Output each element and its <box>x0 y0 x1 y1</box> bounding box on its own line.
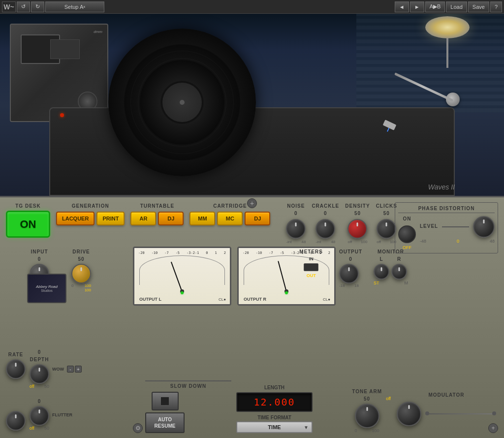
density-section: DENSITY 50 off 100 <box>345 203 370 244</box>
cartridge-buttons: MM MC DJ <box>189 212 270 225</box>
rate-flutter-knob[interactable] <box>6 411 26 431</box>
mc-button[interactable]: MC <box>217 212 243 225</box>
settings-icon-button[interactable]: ⚙ <box>133 423 143 433</box>
add-button-bottom[interactable]: + <box>488 423 498 433</box>
wow-row: 0 DEPTH off 50 WOW - + <box>30 349 82 389</box>
meters-out-label: OUT <box>307 273 316 278</box>
tg-desk-label: TG DESK <box>15 203 40 209</box>
phase-dist-label: PHASE DISTORTION <box>398 206 495 213</box>
crackle-label: CRACKLE <box>312 203 339 209</box>
rate-knob[interactable] <box>6 359 26 379</box>
turntable-label: TURNTABLE <box>140 203 174 209</box>
density-range: off 100 <box>347 240 367 244</box>
output-value: 0 <box>339 256 362 262</box>
input-label: INPUT <box>30 249 49 254</box>
next-button[interactable]: ► <box>410 1 424 12</box>
help-button[interactable]: ? <box>490 1 502 12</box>
lacquer-button[interactable]: LACQUER <box>56 212 94 225</box>
auto-resume-button[interactable]: AUTORESUME <box>145 412 185 433</box>
control-panel: + TG DESK ON GENERATION LACQUER PRINT TU… <box>0 196 504 438</box>
depth-flutter-knob[interactable] <box>30 406 49 426</box>
flutter-label: FLUTTER <box>52 412 72 417</box>
phase-distortion-section: PHASE DISTORTION ON OFF LEVEL -48 0 <box>395 202 498 253</box>
vu-meter-left: -20-10-7-5-3-2-1012 OUTPUT L CL● <box>133 247 231 306</box>
length-display: 12.000 <box>236 392 313 412</box>
modulator-knob[interactable] <box>397 402 421 426</box>
prev-button[interactable]: ◄ <box>395 1 409 12</box>
slow-down-section: SLOW DOWN AUTORESUME <box>145 380 231 433</box>
drive-label: DRIVE <box>71 249 91 254</box>
depth-wow-value: 0 <box>38 349 41 355</box>
monitor-r-knob[interactable] <box>391 264 407 280</box>
dj-cartridge-button[interactable]: DJ <box>245 212 270 225</box>
depth-wow-knob[interactable] <box>30 364 49 384</box>
output-label: OUTPUT <box>339 249 362 254</box>
phase-level-knob[interactable] <box>473 216 495 238</box>
length-label: LENGTH <box>236 385 313 390</box>
clicks-knob-container: 50 off 100 <box>377 211 396 244</box>
monitor-m-label: M <box>405 281 409 285</box>
noise-value: 0 <box>294 211 298 216</box>
phase-off-indicator: off <box>386 396 391 401</box>
save-button[interactable]: Save <box>468 1 489 12</box>
ar-button[interactable]: AR <box>130 212 156 225</box>
crackle-section: CRACKLE 0 -int 48 <box>312 203 339 244</box>
tone-arm-knob[interactable] <box>355 404 379 428</box>
waves-logo: W~ <box>2 1 16 12</box>
meters-in-indicator[interactable] <box>304 263 318 271</box>
clicks-knob[interactable] <box>377 219 396 239</box>
on-button[interactable]: ON <box>6 211 50 238</box>
vu-right-label: OUTPUT R <box>244 297 266 302</box>
undo-button[interactable]: ↺ <box>17 1 30 12</box>
monitor-section: MONITOR L R ST M <box>374 249 408 285</box>
rate-flutter-section <box>6 411 26 431</box>
load-button[interactable]: Load <box>446 1 467 12</box>
meters-section: METERS IN OUT <box>299 249 323 278</box>
vu-right-cl: CL● <box>323 297 330 302</box>
slow-down-label: SLOW DOWN <box>145 380 231 389</box>
depth-flutter-value: 0 <box>38 399 41 404</box>
monitor-l-knob[interactable] <box>374 264 389 280</box>
drive-knob[interactable] <box>71 264 91 283</box>
crackle-knob-container: 0 -int 48 <box>315 211 335 244</box>
phase-on-knob[interactable] <box>398 225 416 243</box>
wow-label: WOW <box>52 367 64 372</box>
time-format-label: TIME FORMAT <box>236 415 313 420</box>
wow-minus-button[interactable]: - <box>67 366 74 373</box>
stop-button[interactable] <box>152 392 179 410</box>
clicks-section: CLICKS 50 off 100 <box>376 203 397 244</box>
print-button[interactable]: PRINT <box>96 212 125 225</box>
density-knob[interactable] <box>347 219 367 239</box>
time-format-select[interactable]: TIME <box>236 421 313 433</box>
modulator-section: MODULATOR · off <box>395 392 498 433</box>
clicks-label: CLICKS <box>376 203 397 209</box>
top-bar: W~ ↺ ↻ Setup Ax ◄ ► A▶B Load Save ? <box>0 0 504 14</box>
phase-on-label: ON <box>403 216 411 221</box>
tg-desk-section: TG DESK ON <box>6 203 50 238</box>
generation-label: GENERATION <box>72 203 109 209</box>
rate-section: RATE <box>6 352 26 379</box>
mm-button[interactable]: MM <box>189 212 215 225</box>
redo-button[interactable]: ↻ <box>31 1 44 12</box>
flutter-row: 0 off 50 FLUTTER <box>30 399 72 431</box>
turntable-buttons: AR DJ <box>130 212 184 225</box>
drive-value: 50 <box>71 256 91 262</box>
crackle-knob[interactable] <box>315 219 335 239</box>
waves-watermark: Waves II <box>428 183 455 191</box>
meters-label: METERS <box>299 249 323 254</box>
lamp <box>425 16 470 68</box>
depth-label: DEPTH <box>30 357 49 362</box>
output-section: OUTPUT 0 -18 18 <box>339 249 362 288</box>
modulator-label: MODULATOR <box>428 392 464 398</box>
meters-in-label: IN <box>309 256 314 261</box>
rate-label: RATE <box>6 352 26 357</box>
density-label: DENSITY <box>345 203 370 209</box>
dj-turntable-button[interactable]: DJ <box>158 212 184 225</box>
ab-button[interactable]: A▶B <box>425 1 445 12</box>
output-knob[interactable] <box>339 264 359 283</box>
vinyl-area: dmm Waves II <box>0 14 504 196</box>
wow-plus-button[interactable]: + <box>75 366 82 373</box>
tone-arm-value: 50 <box>364 396 370 402</box>
input-value: 0 <box>30 256 49 262</box>
noise-knob[interactable] <box>286 219 306 239</box>
